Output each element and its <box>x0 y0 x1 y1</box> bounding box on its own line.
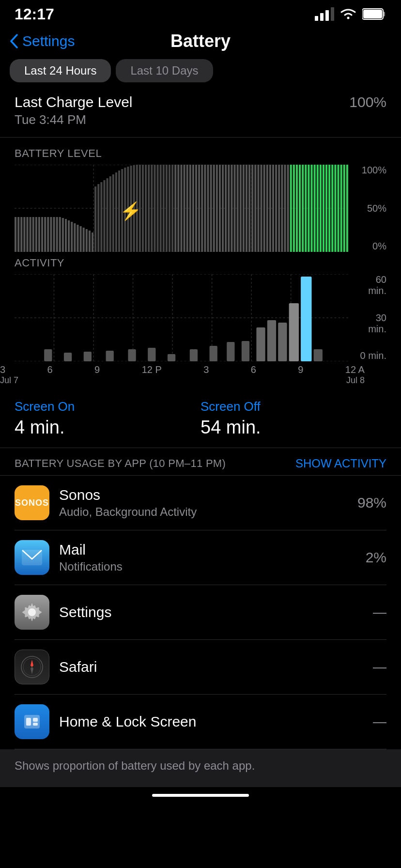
svg-rect-34 <box>74 223 76 252</box>
nav-back-button[interactable]: Settings <box>10 33 75 49</box>
svg-rect-24 <box>44 217 46 252</box>
svg-rect-17 <box>23 217 25 252</box>
settings-app-name: Settings <box>59 604 363 620</box>
svg-rect-29 <box>59 217 61 252</box>
svg-rect-117 <box>317 165 319 252</box>
svg-rect-80 <box>207 165 209 252</box>
svg-rect-79 <box>204 165 206 252</box>
svg-rect-94 <box>248 165 250 252</box>
app-row-settings[interactable]: Settings — <box>15 585 386 640</box>
svg-rect-75 <box>192 165 194 252</box>
svg-rect-93 <box>246 165 247 252</box>
svg-rect-61 <box>154 165 155 252</box>
svg-rect-90 <box>237 165 239 252</box>
svg-rect-81 <box>210 165 212 252</box>
last-charge-value: 100% <box>349 94 386 110</box>
safari-app-usage: — <box>373 659 386 675</box>
svg-rect-85 <box>222 165 224 252</box>
last-charge-title: Last Charge Level <box>15 94 133 110</box>
sonos-app-info: Sonos Audio, Background Activity <box>59 487 348 519</box>
svg-rect-119 <box>323 165 324 252</box>
svg-rect-95 <box>251 165 253 252</box>
svg-rect-139 <box>64 353 72 361</box>
x-axis-labels: 3 6 9 12 P 3 6 9 12 A <box>0 361 401 375</box>
svg-rect-103 <box>275 165 277 252</box>
svg-rect-123 <box>334 165 336 252</box>
svg-rect-19 <box>30 217 31 252</box>
battery-status-icon <box>362 8 386 20</box>
show-activity-button[interactable]: SHOW ACTIVITY <box>295 457 386 470</box>
svg-rect-124 <box>338 165 339 252</box>
svg-rect-40 <box>92 232 93 252</box>
svg-rect-152 <box>289 303 299 361</box>
screen-off-value: 54 min. <box>200 417 386 438</box>
svg-rect-38 <box>86 229 88 252</box>
svg-rect-154 <box>314 349 323 361</box>
activity-chart-label: ACTIVITY <box>15 257 386 269</box>
svg-rect-64 <box>163 165 165 252</box>
svg-rect-43 <box>100 182 102 252</box>
svg-rect-37 <box>83 228 85 252</box>
svg-rect-72 <box>184 165 185 252</box>
svg-rect-20 <box>32 217 34 252</box>
svg-rect-67 <box>171 165 173 252</box>
sonos-app-name: Sonos <box>59 487 348 503</box>
svg-rect-74 <box>189 165 191 252</box>
svg-rect-47 <box>112 174 114 252</box>
svg-rect-69 <box>174 165 176 252</box>
svg-rect-48 <box>115 172 117 252</box>
svg-rect-153 <box>301 277 311 361</box>
svg-rect-145 <box>190 349 198 361</box>
nav-bar: Settings Battery <box>0 26 401 59</box>
tab-last-10-days[interactable]: Last 10 Days <box>116 59 213 82</box>
svg-rect-46 <box>109 176 111 252</box>
svg-rect-59 <box>148 165 150 252</box>
svg-rect-107 <box>287 165 289 252</box>
svg-rect-109 <box>293 165 295 252</box>
svg-rect-122 <box>331 165 333 252</box>
sonos-app-detail: Audio, Background Activity <box>59 505 348 519</box>
tab-last-24h[interactable]: Last 24 Hours <box>10 59 111 82</box>
settings-app-info: Settings <box>59 604 363 620</box>
svg-marker-160 <box>31 667 33 674</box>
svg-rect-33 <box>71 222 73 252</box>
svg-rect-18 <box>26 217 28 252</box>
svg-rect-14 <box>15 217 16 252</box>
svg-rect-1 <box>320 13 324 21</box>
svg-rect-91 <box>240 165 242 252</box>
svg-rect-114 <box>308 165 309 252</box>
svg-rect-65 <box>166 165 168 252</box>
app-row-safari[interactable]: Safari — <box>15 640 386 695</box>
svg-rect-164 <box>33 723 38 726</box>
svg-rect-151 <box>278 323 287 361</box>
svg-rect-140 <box>84 352 92 361</box>
svg-rect-99 <box>263 165 265 252</box>
settings-gear-icon <box>21 602 43 623</box>
svg-rect-110 <box>296 165 298 252</box>
svg-rect-36 <box>80 226 82 252</box>
x-axis-dates: Jul 7 Jul 8 <box>0 375 401 386</box>
screen-off-stat: Screen Off 54 min. <box>200 399 386 438</box>
svg-rect-82 <box>213 165 215 252</box>
svg-rect-31 <box>65 219 67 252</box>
app-row-mail[interactable]: Mail Notifications 2% <box>15 530 386 585</box>
app-row-homelock[interactable]: Home & Lock Screen — <box>15 695 386 749</box>
svg-rect-143 <box>148 348 155 361</box>
svg-rect-15 <box>17 217 19 252</box>
svg-rect-28 <box>56 217 58 252</box>
svg-rect-105 <box>281 165 283 252</box>
activity-chart-svg <box>15 274 350 361</box>
mail-app-usage: 2% <box>366 549 386 566</box>
usage-header: BATTERY USAGE BY APP (10 PM–11 PM) SHOW … <box>0 448 401 476</box>
app-row-sonos[interactable]: SONOS Sonos Audio, Background Activity 9… <box>15 476 386 530</box>
safari-app-icon <box>15 650 49 684</box>
svg-rect-162 <box>26 718 31 726</box>
safari-app-name: Safari <box>59 659 363 675</box>
homelock-app-usage: — <box>373 714 386 729</box>
svg-rect-42 <box>97 184 99 252</box>
svg-rect-141 <box>106 351 114 361</box>
svg-rect-3 <box>331 7 334 21</box>
svg-rect-83 <box>216 165 218 252</box>
svg-rect-57 <box>142 165 144 252</box>
svg-rect-149 <box>256 327 265 361</box>
